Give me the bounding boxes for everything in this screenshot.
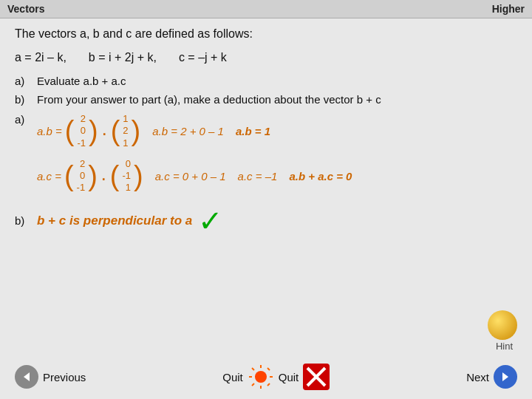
hint-circle[interactable] <box>488 310 517 340</box>
m1r3: -1 <box>77 137 86 149</box>
dot-1: . <box>103 123 106 139</box>
intro-line: The vectors a, b and c are defined as fo… <box>15 27 517 41</box>
matrix-3-col: 2 0 -1 <box>77 158 86 194</box>
ac-label: a.c = <box>37 170 61 183</box>
dot-2: . <box>102 168 106 184</box>
bracket-left-2: ( <box>111 117 120 145</box>
def-b: b = i + 2j + k, <box>89 51 157 64</box>
next-button[interactable]: Next <box>466 365 517 389</box>
svg-point-1 <box>255 371 267 383</box>
m2r1: 1 <box>123 113 128 125</box>
ac-matrix-expr: a.c = ( 2 0 -1 ) . ( 0 -1 1 <box>37 158 143 194</box>
quit-sun-icon[interactable] <box>248 364 274 390</box>
bracket-left-3: ( <box>64 162 74 190</box>
checkmark-icon: ✓ <box>198 206 223 236</box>
m4r1: 0 <box>122 158 131 170</box>
svg-marker-0 <box>24 372 30 381</box>
bracket-left-1: ( <box>65 117 75 145</box>
quit1-label: Quit <box>222 371 243 383</box>
quit2-label: Quit <box>279 371 299 383</box>
header-bar: Vectors Higher <box>0 0 532 18</box>
m1r1: 2 <box>77 113 86 125</box>
def-a: a = 2i – k, <box>15 51 66 64</box>
bracket-right-3: ) <box>88 162 98 190</box>
next-circle[interactable] <box>494 365 517 389</box>
matrix-4-col: 0 -1 1 <box>122 158 131 194</box>
m2r3: 1 <box>123 137 128 149</box>
matrix-1-col: 2 0 -1 <box>77 113 86 149</box>
previous-button[interactable]: Previous <box>15 365 86 389</box>
part-a-text: Evaluate a.b + a.c <box>37 75 126 87</box>
solution-a-label: a) <box>15 113 31 126</box>
ab-label: a.b = <box>37 125 62 137</box>
m2r2: 2 <box>123 125 128 137</box>
m4r3: 1 <box>122 182 131 194</box>
m1r2: 0 <box>77 125 86 137</box>
ab-matrix-expr: a.b = ( 2 0 -1 ) . ( 1 <box>37 113 140 149</box>
svg-marker-13 <box>502 372 508 381</box>
quit-section: Quit Quit <box>222 364 330 390</box>
svg-line-6 <box>252 368 254 370</box>
part-a-question: a) Evaluate a.b + a.c <box>15 75 517 87</box>
part-a-label: a) <box>15 75 24 87</box>
ac-result: a.c = –1 <box>238 170 278 183</box>
next-arrow-icon <box>499 371 511 383</box>
prev-circle[interactable] <box>15 365 38 389</box>
m3r1: 2 <box>77 158 86 170</box>
def-c: c = –j + k <box>179 51 227 64</box>
prev-arrow-icon <box>21 371 33 383</box>
solutions-section: a) a.b = ( 2 0 -1 ) . <box>15 113 517 243</box>
ab-row: a.b = ( 2 0 -1 ) . ( 1 <box>37 113 352 149</box>
bracket-right-1: ) <box>89 117 98 145</box>
ac-expansion: a.c = 0 + 0 – 1 <box>155 170 226 183</box>
bracket-left-4: ( <box>110 162 120 190</box>
m4r2: -1 <box>122 170 131 182</box>
bracket-right-4: ) <box>134 162 143 190</box>
previous-label: Previous <box>43 371 86 383</box>
definitions-line: a = 2i – k, b = i + 2j + k, c = –j + k <box>15 51 517 64</box>
header-title: Vectors <box>7 3 45 15</box>
matrix-2-col: 1 2 1 <box>123 113 128 149</box>
ab-expansion: a.b = 2 + 0 – 1 <box>152 125 224 137</box>
part-b-answer-text: b + c is perpendicular to a <box>37 214 192 228</box>
ac-row: a.c = ( 2 0 -1 ) . ( 0 -1 1 <box>37 158 352 194</box>
quit-x-icon[interactable] <box>303 364 330 390</box>
content-area: The vectors a, b and c are defined as fo… <box>0 18 532 252</box>
part-b-answer: b) b + c is perpendicular to a ✓ <box>15 206 517 236</box>
header-right: Higher <box>492 3 525 15</box>
part-b-question: b) From your answer to part (a), make a … <box>15 93 517 106</box>
part-b-answer-label: b) <box>15 214 31 227</box>
m3r3: -1 <box>77 182 86 194</box>
svg-line-8 <box>252 383 254 386</box>
m3r2: 0 <box>77 170 86 182</box>
svg-line-7 <box>267 368 270 370</box>
next-label: Next <box>466 371 489 383</box>
ab-result: a.b = 1 <box>236 125 270 137</box>
solution-a-rows: a.b = ( 2 0 -1 ) . ( 1 <box>37 113 352 199</box>
svg-line-9 <box>267 383 270 386</box>
part-b-text: From your answer to part (a), make a ded… <box>37 93 381 106</box>
bracket-right-2: ) <box>132 117 141 145</box>
hint-label: Hint <box>496 341 513 352</box>
footer: Previous Quit Quit Next <box>0 364 532 390</box>
sum-result: a.b + a.c = 0 <box>289 170 352 183</box>
part-b-label: b) <box>15 93 24 106</box>
solution-a-group: a) a.b = ( 2 0 -1 ) . <box>15 113 517 199</box>
